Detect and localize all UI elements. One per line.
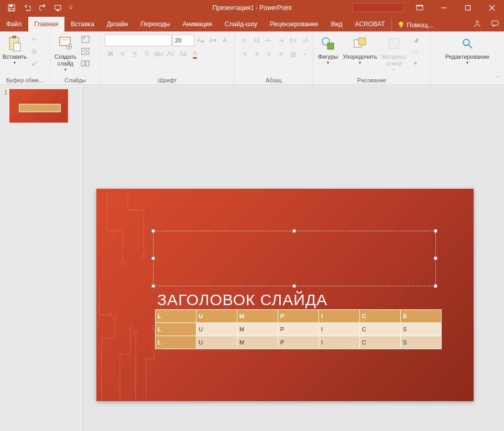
font-color-button[interactable]: A xyxy=(189,48,201,60)
table-cell[interactable]: C xyxy=(360,323,401,336)
tab-view[interactable]: Вид xyxy=(325,17,349,31)
slide-thumbnail-1[interactable] xyxy=(9,89,68,123)
shapes-button[interactable]: Фигуры▾ xyxy=(315,34,341,67)
numbering-button[interactable]: ≡1 xyxy=(251,35,262,46)
table-cell[interactable]: S xyxy=(401,323,442,336)
shape-fill-button[interactable]: ◢ xyxy=(410,34,421,45)
bold-button[interactable]: Ж xyxy=(105,48,116,60)
table-row[interactable]: LUMPICS xyxy=(156,336,442,349)
table-row[interactable]: LUMPICS xyxy=(156,323,442,336)
slide-title-text[interactable]: ЗАГОЛОВОК СЛАЙДА xyxy=(157,291,327,309)
collapse-ribbon-button[interactable]: ˆ xyxy=(494,75,502,83)
table-cell[interactable]: L xyxy=(156,323,196,336)
shape-effects-button[interactable]: ✦ xyxy=(410,58,421,69)
align-left-button[interactable]: ≡ xyxy=(239,48,250,60)
text-direction-button[interactable]: ↕A xyxy=(299,35,311,46)
table-cell[interactable]: S xyxy=(401,310,442,323)
ribbon: Вставить ▾ ✂ ⧉ 🖌 Буфер обме... Создать с… xyxy=(0,31,504,85)
quick-styles-label: Экспресс- стили xyxy=(380,53,407,67)
table-cell[interactable]: C xyxy=(360,310,401,323)
table-cell[interactable]: L xyxy=(156,310,196,323)
tab-transitions[interactable]: Переходы xyxy=(134,17,176,31)
table-cell[interactable]: P xyxy=(278,323,319,336)
undo-button[interactable] xyxy=(20,1,35,15)
quick-styles-button[interactable]: Экспресс- стили▾ xyxy=(379,34,409,73)
layout-button[interactable] xyxy=(80,34,91,45)
title-placeholder-selection[interactable] xyxy=(153,231,436,286)
share-button[interactable] xyxy=(468,16,486,31)
format-painter-button[interactable]: 🖌 xyxy=(28,58,40,69)
find-icon xyxy=(462,35,473,52)
slide-canvas[interactable]: ЗАГОЛОВОК СЛАЙДА LUMPICS LUMPICS LUMPICS xyxy=(84,85,504,431)
svg-rect-8 xyxy=(466,6,470,10)
maximize-button[interactable] xyxy=(456,0,480,16)
ribbon-display-options-button[interactable] xyxy=(408,0,432,16)
new-slide-button[interactable]: Создать слайд ▾ xyxy=(52,34,79,73)
table-cell[interactable]: I xyxy=(319,310,360,323)
tab-animations[interactable]: Анимация xyxy=(176,17,218,31)
slide-table[interactable]: LUMPICS LUMPICS LUMPICS xyxy=(155,309,442,349)
tab-review[interactable]: Рецензирование xyxy=(264,17,325,31)
table-cell[interactable]: U xyxy=(196,336,237,349)
font-family-combo[interactable] xyxy=(105,35,172,46)
slide[interactable]: ЗАГОЛОВОК СЛАЙДА LUMPICS LUMPICS LUMPICS xyxy=(96,189,474,401)
table-cell[interactable]: I xyxy=(319,336,360,349)
bullets-button[interactable]: ≡· xyxy=(239,35,250,46)
table-cell[interactable]: M xyxy=(237,323,278,336)
save-button[interactable] xyxy=(4,1,19,15)
table-cell[interactable]: U xyxy=(196,323,237,336)
table-cell[interactable]: M xyxy=(237,336,278,349)
tab-slideshow[interactable]: Слайд-шоу xyxy=(218,17,264,31)
cut-button[interactable]: ✂ xyxy=(28,34,40,45)
columns-button[interactable]: ▥ xyxy=(287,48,299,60)
minimize-button[interactable] xyxy=(432,0,456,16)
decrease-font-button[interactable]: A▾ xyxy=(207,35,218,46)
table-cell[interactable]: S xyxy=(401,336,442,349)
table-cell[interactable]: P xyxy=(278,310,319,323)
italic-button[interactable]: К xyxy=(117,48,128,60)
tab-home[interactable]: Главная xyxy=(28,17,65,31)
justify-button[interactable]: ≡ xyxy=(275,48,287,60)
clear-formatting-button[interactable]: A̶ xyxy=(219,35,231,46)
table-row[interactable]: LUMPICS xyxy=(156,310,442,323)
align-right-button[interactable]: ≡ xyxy=(263,48,275,60)
decrease-indent-button[interactable]: ⇤ xyxy=(263,35,275,46)
section-button[interactable] xyxy=(80,58,91,69)
table-cell[interactable]: U xyxy=(196,310,237,323)
qat-customize-button[interactable] xyxy=(67,1,74,15)
arrange-button[interactable]: Упорядочить▾ xyxy=(342,34,378,67)
char-spacing-button[interactable]: AV xyxy=(165,48,177,60)
paste-button[interactable]: Вставить ▾ xyxy=(2,34,27,67)
underline-button[interactable]: Ч xyxy=(129,48,140,60)
line-spacing-button[interactable]: ‡≡ xyxy=(287,35,299,46)
table-cell[interactable]: C xyxy=(360,336,401,349)
tab-design[interactable]: Дизайн xyxy=(101,17,134,31)
reset-button[interactable] xyxy=(80,46,91,57)
table-cell[interactable]: P xyxy=(278,336,319,349)
tab-acrobat[interactable]: ACROBAT xyxy=(348,17,391,31)
shadow-button[interactable]: S xyxy=(141,48,152,60)
strikethrough-button[interactable]: abc xyxy=(153,48,165,60)
tab-file[interactable]: Файл xyxy=(0,17,28,31)
group-drawing: Фигуры▾ Упорядочить▾ Экспресс- стили▾ ◢ … xyxy=(313,31,431,84)
tab-insert[interactable]: Вставка xyxy=(64,17,101,31)
copy-button[interactable]: ⧉ xyxy=(28,46,40,57)
table-cell[interactable]: I xyxy=(319,323,360,336)
shape-outline-button[interactable]: ▭ xyxy=(410,46,421,57)
arrange-label: Упорядочить xyxy=(343,53,377,60)
increase-indent-button[interactable]: ⇥ xyxy=(275,35,287,46)
tell-me-box[interactable]: 💡 Помощ... xyxy=(391,19,439,31)
svg-rect-20 xyxy=(82,61,85,66)
close-button[interactable] xyxy=(480,0,504,16)
table-cell[interactable]: L xyxy=(156,336,196,349)
table-cell[interactable]: M xyxy=(237,310,278,323)
smartart-button[interactable]: ⌁ xyxy=(299,48,311,60)
font-size-combo[interactable]: 20 xyxy=(172,35,194,46)
comments-button[interactable] xyxy=(486,16,504,31)
redo-button[interactable] xyxy=(36,1,50,15)
increase-font-button[interactable]: A▴ xyxy=(195,35,206,46)
change-case-button[interactable]: Aa xyxy=(177,48,189,60)
start-from-beginning-button[interactable] xyxy=(51,1,66,15)
editing-button[interactable]: Редактирование▾ xyxy=(441,34,494,67)
align-center-button[interactable]: ≡ xyxy=(251,48,262,60)
